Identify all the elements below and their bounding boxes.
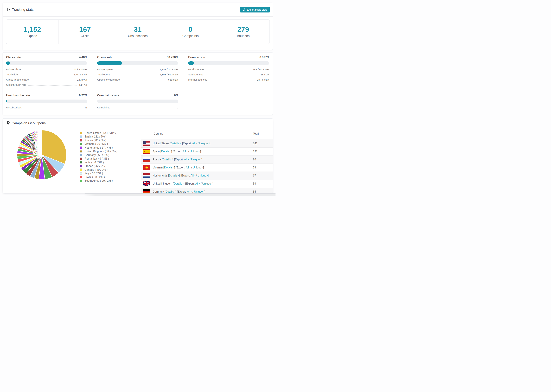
details-link[interactable]: Details › — [161, 150, 171, 153]
legend-label: South Africa ( 29 / 2% ) — [85, 179, 113, 182]
export-unique-link[interactable]: Unique › — [191, 158, 201, 161]
export-unique-link[interactable]: Unique › — [194, 190, 204, 193]
table-row: Netherlands [Details ›] [Export: All › /… — [141, 172, 273, 180]
export-unique-link[interactable]: Unique › — [199, 142, 209, 145]
legend-swatch — [80, 139, 82, 142]
rate-title: Bounce rate — [188, 56, 205, 59]
legend-swatch — [80, 143, 82, 145]
export-unique-link[interactable]: Unique › — [202, 182, 212, 185]
progress-bar-fill — [6, 99, 7, 103]
export-all-link[interactable]: All › — [183, 150, 188, 153]
rate-detail-rows: Complaints0 — [97, 106, 178, 109]
details-link[interactable]: Details › — [171, 142, 181, 145]
export-all-link[interactable]: All › — [192, 142, 197, 145]
country-cell: Germany [Details ›] [Export: All › / Uni… — [153, 190, 253, 193]
detail-value: 4.147% — [78, 83, 87, 86]
export-label: [Export: — [174, 158, 184, 161]
ru-flag-icon — [143, 157, 150, 162]
detail-value: 242 / 86.738% — [253, 68, 269, 71]
country-name: Netherlands — [153, 174, 168, 177]
detail-label: Total clicks — [6, 73, 19, 76]
rate-value: 6.927% — [259, 56, 269, 59]
progress-bar — [6, 61, 87, 65]
legend-label: Russia ( 86 / 5% ) — [85, 139, 106, 142]
rate-detail-rows: Unique opens1,152 / 30.736%Total opens2,… — [97, 68, 178, 81]
rate-detail-rows: Unique clicks167 / 4.456%Total clicks220… — [6, 68, 87, 86]
legend-item: Germany ( 55 / 3% ) — [80, 153, 117, 157]
stat-cell: 31Unsubscribes — [111, 20, 164, 44]
rate-value: 30.736% — [167, 56, 178, 59]
details-link[interactable]: Details › — [169, 174, 179, 177]
detail-value: 2,303 / 61.446% — [160, 73, 178, 76]
rate-detail-row: Hard bounces242 / 86.738% — [188, 68, 269, 71]
stat-value: 31 — [134, 26, 142, 33]
pie-slice-other — [42, 130, 42, 155]
dotted-leader — [205, 70, 251, 70]
dotted-leader — [23, 70, 71, 70]
rate-title: Opens rate — [97, 56, 113, 59]
export-all-link[interactable]: All › — [184, 158, 189, 161]
legend-item: Italy ( 36 / 2% ) — [80, 172, 117, 175]
rate-block: Bounce rate6.927%Hard bounces242 / 86.73… — [188, 56, 269, 86]
legend-swatch — [80, 180, 82, 182]
map-pin-icon — [7, 121, 10, 126]
legend-item: Vietnam ( 79 / 5% ) — [80, 142, 117, 146]
country-cell: United States [Details ›] [Export: All ›… — [153, 142, 253, 145]
country-cell: Vietnam [Details ›] [Export: All › / Uni… — [153, 166, 253, 169]
dotted-leader — [121, 80, 167, 80]
details-link[interactable]: Details › — [174, 182, 184, 185]
legend-label: Brazil ( 33 / 2% ) — [85, 176, 105, 179]
legend-swatch — [80, 176, 82, 178]
export-unique-link[interactable]: Unique › — [193, 166, 203, 169]
export-all-link[interactable]: All › — [191, 174, 195, 177]
geo-section-header: Campaign Geo Opens — [3, 119, 273, 128]
stat-value: 279 — [237, 26, 249, 33]
export-all-link[interactable]: All › — [187, 190, 192, 193]
rate-head: Opens rate30.736% — [97, 56, 178, 59]
stat-cell: 279Bounces — [217, 20, 269, 44]
total-cell: 59 — [253, 182, 273, 185]
table-row: Spain [Details ›] [Export: All › / Uniqu… — [141, 147, 273, 155]
geo-opens-table: Country Total United States [Details ›] … — [141, 128, 273, 193]
rate-detail-row: Click through rate4.147% — [6, 83, 87, 86]
detail-label: Click through rate — [6, 83, 26, 86]
rate-block: Unsubscribe rate0.77%Unsubscribes31 — [6, 94, 87, 109]
table-row: Russia [Details ›] [Export: All › / Uniq… — [141, 155, 273, 163]
stat-label: Unsubscribes — [128, 34, 148, 38]
legend-swatch — [80, 172, 82, 175]
details-link[interactable]: Details › — [162, 158, 173, 161]
detail-label: Total opens — [97, 73, 110, 76]
export-label: [Export: — [182, 142, 192, 145]
country-column-header: Country — [141, 132, 253, 135]
rate-value: 0.77% — [79, 94, 87, 97]
legend-item: Spain ( 121 / 7% ) — [80, 135, 117, 139]
dotted-leader — [205, 75, 259, 75]
stat-label: Complaints — [182, 34, 199, 38]
export-all-link[interactable]: All › — [186, 166, 191, 169]
export-unique-link[interactable]: Unique › — [198, 174, 208, 177]
detail-label: Opens to clicks rate — [97, 78, 120, 81]
rate-detail-row: Total clicks220 / 5.87% — [6, 73, 87, 76]
progress-bar — [97, 61, 178, 65]
legend-item: United Kingdom ( 59 / 3% ) — [80, 150, 117, 154]
export-label: [Export: — [185, 182, 195, 185]
export-label: [Export: — [177, 190, 187, 193]
export-basic-stats-button[interactable]: Export basic stats — [240, 7, 270, 13]
detail-value: 0 — [177, 106, 178, 109]
detail-value: 1,152 / 30.736% — [160, 68, 178, 71]
rates-empty-cell — [188, 94, 269, 109]
export-all-link[interactable]: All › — [195, 182, 200, 185]
stat-value: 167 — [79, 26, 91, 33]
rate-detail-row: Total opens2,303 / 61.446% — [97, 73, 178, 76]
export-label: [Export: — [176, 166, 186, 169]
rates-card: Clicks rate4.46%Unique clicks167 / 4.456… — [3, 52, 273, 115]
legend-item: Brazil ( 33 / 2% ) — [80, 175, 117, 179]
country-name: United Kingdom — [153, 182, 173, 185]
dotted-leader — [20, 75, 72, 75]
detail-label: Internal bounces — [188, 78, 207, 81]
details-link[interactable]: Details › — [164, 166, 174, 169]
legend-label: Germany ( 55 / 3% ) — [85, 154, 109, 157]
export-unique-link[interactable]: Unique › — [190, 150, 200, 153]
detail-value: 14.497% — [77, 78, 87, 81]
details-link[interactable]: Details › — [165, 190, 176, 193]
